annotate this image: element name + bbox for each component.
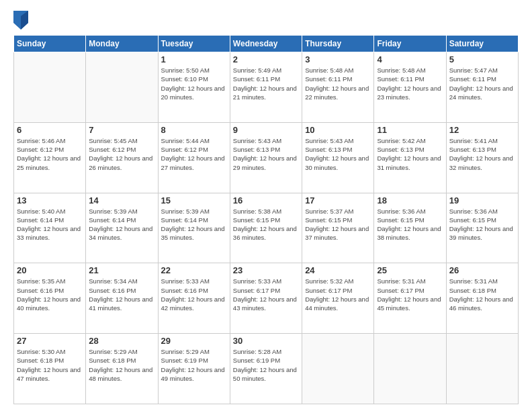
day-info: Sunrise: 5:31 AM Sunset: 6:18 PM Dayligh… <box>449 277 515 312</box>
day-cell: 5Sunrise: 5:47 AM Sunset: 6:11 PM Daylig… <box>446 52 518 123</box>
day-cell: 11Sunrise: 5:42 AM Sunset: 6:13 PM Dayli… <box>374 122 446 193</box>
day-number: 19 <box>449 195 515 205</box>
day-number: 23 <box>233 265 299 275</box>
day-header-tuesday: Tuesday <box>158 36 230 52</box>
day-cell: 12Sunrise: 5:41 AM Sunset: 6:13 PM Dayli… <box>446 122 518 193</box>
day-info: Sunrise: 5:32 AM Sunset: 6:17 PM Dayligh… <box>305 277 371 312</box>
week-row-1: 1Sunrise: 5:50 AM Sunset: 6:10 PM Daylig… <box>14 52 519 123</box>
day-cell: 27Sunrise: 5:30 AM Sunset: 6:18 PM Dayli… <box>14 334 86 404</box>
day-cell: 29Sunrise: 5:29 AM Sunset: 6:19 PM Dayli… <box>158 334 230 404</box>
day-cell: 4Sunrise: 5:48 AM Sunset: 6:11 PM Daylig… <box>374 52 446 123</box>
day-info: Sunrise: 5:41 AM Sunset: 6:13 PM Dayligh… <box>449 136 515 172</box>
day-number: 1 <box>161 54 227 64</box>
week-row-2: 6Sunrise: 5:46 AM Sunset: 6:12 PM Daylig… <box>14 122 519 193</box>
day-header-saturday: Saturday <box>446 36 518 52</box>
day-info: Sunrise: 5:36 AM Sunset: 6:15 PM Dayligh… <box>377 207 443 242</box>
day-cell: 15Sunrise: 5:39 AM Sunset: 6:14 PM Dayli… <box>158 193 230 263</box>
header-row: SundayMondayTuesdayWednesdayThursdayFrid… <box>14 36 519 52</box>
day-number: 11 <box>377 125 443 135</box>
day-number: 20 <box>17 265 83 275</box>
day-cell <box>14 52 86 123</box>
day-cell: 7Sunrise: 5:45 AM Sunset: 6:12 PM Daylig… <box>86 122 158 193</box>
day-header-thursday: Thursday <box>302 36 374 52</box>
day-info: Sunrise: 5:50 AM Sunset: 6:10 PM Dayligh… <box>161 66 227 101</box>
day-number: 30 <box>233 336 299 346</box>
day-cell: 1Sunrise: 5:50 AM Sunset: 6:10 PM Daylig… <box>158 52 230 123</box>
day-number: 3 <box>305 54 371 64</box>
day-info: Sunrise: 5:35 AM Sunset: 6:16 PM Dayligh… <box>17 277 83 312</box>
day-number: 13 <box>17 195 83 205</box>
day-number: 4 <box>377 54 443 64</box>
day-cell <box>86 52 158 123</box>
calendar: SundayMondayTuesdayWednesdayThursdayFrid… <box>13 35 519 404</box>
day-info: Sunrise: 5:47 AM Sunset: 6:11 PM Dayligh… <box>449 66 515 101</box>
day-number: 25 <box>377 265 443 275</box>
day-number: 10 <box>305 125 371 135</box>
day-info: Sunrise: 5:49 AM Sunset: 6:11 PM Dayligh… <box>233 66 299 101</box>
day-info: Sunrise: 5:48 AM Sunset: 6:11 PM Dayligh… <box>377 66 443 101</box>
logo <box>13 11 30 30</box>
day-info: Sunrise: 5:40 AM Sunset: 6:14 PM Dayligh… <box>17 207 83 242</box>
day-cell: 23Sunrise: 5:33 AM Sunset: 6:17 PM Dayli… <box>230 263 302 334</box>
day-cell: 20Sunrise: 5:35 AM Sunset: 6:16 PM Dayli… <box>14 263 86 334</box>
day-number: 28 <box>89 336 154 346</box>
day-number: 5 <box>449 54 515 64</box>
day-cell: 6Sunrise: 5:46 AM Sunset: 6:12 PM Daylig… <box>14 122 86 193</box>
day-cell: 9Sunrise: 5:43 AM Sunset: 6:13 PM Daylig… <box>230 122 302 193</box>
day-number: 6 <box>17 125 83 135</box>
day-info: Sunrise: 5:29 AM Sunset: 6:19 PM Dayligh… <box>161 347 227 383</box>
day-number: 9 <box>233 125 299 135</box>
day-number: 21 <box>89 265 154 275</box>
day-cell: 8Sunrise: 5:44 AM Sunset: 6:12 PM Daylig… <box>158 122 230 193</box>
day-cell: 3Sunrise: 5:48 AM Sunset: 6:11 PM Daylig… <box>302 52 374 123</box>
logo-icon <box>13 11 28 30</box>
day-cell: 16Sunrise: 5:38 AM Sunset: 6:15 PM Dayli… <box>230 193 302 263</box>
week-row-4: 20Sunrise: 5:35 AM Sunset: 6:16 PM Dayli… <box>14 263 519 334</box>
day-info: Sunrise: 5:48 AM Sunset: 6:11 PM Dayligh… <box>305 66 371 101</box>
header <box>13 11 519 30</box>
day-cell <box>302 334 374 404</box>
page: SundayMondayTuesdayWednesdayThursdayFrid… <box>0 0 532 411</box>
day-cell: 30Sunrise: 5:28 AM Sunset: 6:19 PM Dayli… <box>230 334 302 404</box>
day-info: Sunrise: 5:46 AM Sunset: 6:12 PM Dayligh… <box>17 136 83 172</box>
day-cell <box>374 334 446 404</box>
day-info: Sunrise: 5:39 AM Sunset: 6:14 PM Dayligh… <box>89 207 154 242</box>
day-info: Sunrise: 5:30 AM Sunset: 6:18 PM Dayligh… <box>17 347 83 383</box>
day-number: 27 <box>17 336 83 346</box>
day-cell: 2Sunrise: 5:49 AM Sunset: 6:11 PM Daylig… <box>230 52 302 123</box>
day-number: 8 <box>161 125 227 135</box>
day-cell <box>446 334 518 404</box>
calendar-header: SundayMondayTuesdayWednesdayThursdayFrid… <box>14 36 519 52</box>
day-number: 14 <box>89 195 154 205</box>
day-info: Sunrise: 5:29 AM Sunset: 6:18 PM Dayligh… <box>89 347 154 383</box>
day-cell: 21Sunrise: 5:34 AM Sunset: 6:16 PM Dayli… <box>86 263 158 334</box>
week-row-5: 27Sunrise: 5:30 AM Sunset: 6:18 PM Dayli… <box>14 334 519 404</box>
day-info: Sunrise: 5:37 AM Sunset: 6:15 PM Dayligh… <box>305 207 371 242</box>
day-header-friday: Friday <box>374 36 446 52</box>
day-info: Sunrise: 5:45 AM Sunset: 6:12 PM Dayligh… <box>89 136 154 172</box>
day-cell: 10Sunrise: 5:43 AM Sunset: 6:13 PM Dayli… <box>302 122 374 193</box>
day-number: 29 <box>161 336 227 346</box>
day-number: 22 <box>161 265 227 275</box>
day-info: Sunrise: 5:28 AM Sunset: 6:19 PM Dayligh… <box>233 347 299 383</box>
day-cell: 26Sunrise: 5:31 AM Sunset: 6:18 PM Dayli… <box>446 263 518 334</box>
day-info: Sunrise: 5:42 AM Sunset: 6:13 PM Dayligh… <box>377 136 443 172</box>
day-number: 7 <box>89 125 154 135</box>
day-cell: 17Sunrise: 5:37 AM Sunset: 6:15 PM Dayli… <box>302 193 374 263</box>
day-header-sunday: Sunday <box>14 36 86 52</box>
day-info: Sunrise: 5:44 AM Sunset: 6:12 PM Dayligh… <box>161 136 227 172</box>
week-row-3: 13Sunrise: 5:40 AM Sunset: 6:14 PM Dayli… <box>14 193 519 263</box>
day-cell: 18Sunrise: 5:36 AM Sunset: 6:15 PM Dayli… <box>374 193 446 263</box>
day-header-wednesday: Wednesday <box>230 36 302 52</box>
day-cell: 22Sunrise: 5:33 AM Sunset: 6:16 PM Dayli… <box>158 263 230 334</box>
day-cell: 25Sunrise: 5:31 AM Sunset: 6:17 PM Dayli… <box>374 263 446 334</box>
day-number: 16 <box>233 195 299 205</box>
day-cell: 14Sunrise: 5:39 AM Sunset: 6:14 PM Dayli… <box>86 193 158 263</box>
day-number: 2 <box>233 54 299 64</box>
day-number: 26 <box>449 265 515 275</box>
day-info: Sunrise: 5:33 AM Sunset: 6:17 PM Dayligh… <box>233 277 299 312</box>
day-info: Sunrise: 5:43 AM Sunset: 6:13 PM Dayligh… <box>305 136 371 172</box>
day-info: Sunrise: 5:31 AM Sunset: 6:17 PM Dayligh… <box>377 277 443 312</box>
day-number: 24 <box>305 265 371 275</box>
day-info: Sunrise: 5:34 AM Sunset: 6:16 PM Dayligh… <box>89 277 154 312</box>
